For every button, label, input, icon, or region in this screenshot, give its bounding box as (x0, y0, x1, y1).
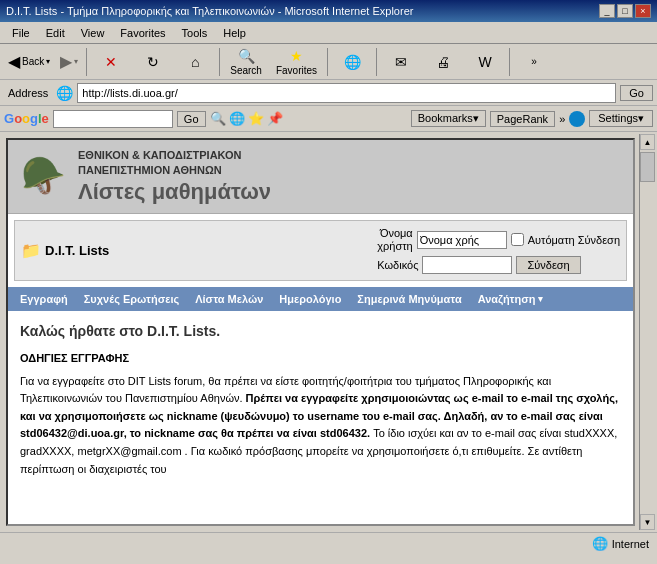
address-input[interactable]: http://lists.di.uoa.gr/ (77, 83, 616, 103)
nav-members[interactable]: Λίστα Μελών (187, 293, 271, 305)
google-logo: Google (4, 111, 49, 126)
window-controls: _ □ × (599, 4, 651, 18)
dit-lists-label: 📁 D.I.T. Lists (21, 241, 109, 260)
address-label: Address (4, 87, 52, 99)
more-tools-button[interactable]: » (514, 54, 554, 69)
window-title: D.I.T. Lists - Τμήμα Πληροφορικής και Τη… (6, 5, 413, 17)
address-go-button[interactable]: Go (620, 85, 653, 101)
scroll-up-button[interactable]: ▲ (640, 134, 655, 150)
pagerank-button[interactable]: PageRank (490, 111, 555, 127)
settings-button[interactable]: Settings▾ (589, 110, 653, 127)
maximize-button[interactable]: □ (617, 4, 633, 18)
more-google-button[interactable]: » (559, 113, 565, 125)
google-right-controls: Bookmarks▾ PageRank » Settings▾ (411, 110, 653, 127)
toolbar-separator-4 (376, 48, 377, 76)
login-form: Όνομαχρήστη Αυτόματη Σύνδεση Κωδικός Σύν… (377, 227, 620, 274)
page-header: 🪖 ΕΘΝΙΚΟΝ & ΚΑΠΟΔΙΣΤΡΙΑΚΟΝ ΠΑΝΕΠΙΣΤΗΜΙΟΝ… (8, 140, 633, 214)
nav-register[interactable]: Εγγραφή (12, 293, 76, 305)
google-orb (569, 111, 585, 127)
university-line2: ΠΑΝΕΠΙΣΤΗΜΙΟΝ ΑΘΗΝΩΝ (78, 163, 271, 178)
auto-login-checkbox[interactable] (511, 233, 524, 246)
mail-button[interactable]: ✉ (381, 51, 421, 73)
content-body: Καλώς ήρθατε στο D.I.T. Lists. ΟΔΗΓΙΕΣ Ε… (8, 311, 633, 488)
nav-bar: Εγγραφή Συχνές Ερωτήσεις Λίστα Μελών Ημε… (8, 287, 633, 311)
welcome-heading: Καλώς ήρθατε στο D.I.T. Lists. (20, 321, 621, 342)
status-bar: 🌐 Internet (0, 532, 657, 554)
ie-logo-icon: 🌐 (592, 536, 608, 551)
scrollbar[interactable]: ▲ ▼ (639, 134, 655, 530)
google-icon-2[interactable]: 🌐 (229, 111, 245, 126)
close-button[interactable]: × (635, 4, 651, 18)
home-button[interactable]: ⌂ (175, 51, 215, 73)
minimize-button[interactable]: _ (599, 4, 615, 18)
toolbar-separator-5 (509, 48, 510, 76)
menu-edit[interactable]: Edit (38, 25, 73, 41)
refresh-button[interactable]: ↻ (133, 51, 173, 73)
password-label: Κωδικός (377, 259, 418, 271)
password-row: Κωδικός Σύνδεση (377, 256, 620, 274)
university-info: ΕΘΝΙΚΟΝ & ΚΑΠΟΔΙΣΤΡΙΑΚΟΝ ΠΑΝΕΠΙΣΤΗΜΙΟΝ Α… (78, 148, 271, 205)
toolbar-separator-2 (219, 48, 220, 76)
menu-help[interactable]: Help (215, 25, 254, 41)
auto-login-label: Αυτόματη Σύνδεση (528, 234, 620, 246)
nav-faq[interactable]: Συχνές Ερωτήσεις (76, 293, 187, 305)
nav-today[interactable]: Σημερινά Μηνύματα (349, 293, 469, 305)
google-go-button[interactable]: Go (177, 111, 206, 127)
password-input[interactable] (422, 256, 512, 274)
menu-bar: File Edit View Favorites Tools Help (0, 22, 657, 44)
bookmarks-button[interactable]: Bookmarks▾ (411, 110, 486, 127)
login-section: 📁 D.I.T. Lists Όνομαχρήστη Αυτόματη Σύνδ… (14, 220, 627, 281)
menu-tools[interactable]: Tools (174, 25, 216, 41)
back-button[interactable]: ◀ Back ▾ (4, 50, 54, 73)
google-icon-3[interactable]: ⭐ (248, 111, 264, 126)
title-bar: D.I.T. Lists - Τμήμα Πληροφορικής και Τη… (0, 0, 657, 22)
university-logo: 🪖 (18, 151, 68, 201)
scroll-down-button[interactable]: ▼ (640, 514, 655, 530)
username-label: Όνομαχρήστη (377, 227, 412, 253)
menu-view[interactable]: View (73, 25, 113, 41)
stop-button[interactable]: ✕ (91, 51, 131, 73)
username-input[interactable] (417, 231, 507, 249)
username-row: Όνομαχρήστη Αυτόματη Σύνδεση (377, 227, 620, 253)
favorites-button[interactable]: ★ Favorites (270, 45, 323, 78)
google-toolbar-icons: 🔍 🌐 ⭐ 📌 (210, 111, 283, 126)
forward-button[interactable]: ▶ ▾ (56, 50, 82, 73)
login-button[interactable]: Σύνδεση (516, 256, 580, 274)
print-button[interactable]: 🖨 (423, 51, 463, 73)
menu-file[interactable]: File (4, 25, 38, 41)
zone-label: Internet (612, 538, 649, 550)
google-icon-4[interactable]: 📌 (267, 111, 283, 126)
university-line1: ΕΘΝΙΚΟΝ & ΚΑΠΟΔΙΣΤΡΙΑΚΟΝ (78, 148, 271, 163)
scroll-track (640, 182, 655, 514)
media-button[interactable]: 🌐 (332, 51, 372, 73)
edit-button[interactable]: W (465, 51, 505, 73)
status-right: 🌐 Internet (592, 536, 649, 551)
google-search-input[interactable] (53, 110, 173, 128)
folder-icon: 📁 (21, 241, 41, 260)
address-bar: Address 🌐 http://lists.di.uoa.gr/ Go (0, 80, 657, 106)
google-icon-1[interactable]: 🔍 (210, 111, 226, 126)
page-icon: 🌐 (56, 85, 73, 101)
nav-search-dropdown[interactable]: Αναζήτηση ▾ (470, 293, 551, 305)
scroll-thumb[interactable] (640, 152, 655, 182)
toolbar-separator (86, 48, 87, 76)
menu-favorites[interactable]: Favorites (112, 25, 173, 41)
toolbar: ◀ Back ▾ ▶ ▾ ✕ ↻ ⌂ 🔍 Search ★ Favorites … (0, 44, 657, 80)
web-content[interactable]: 🪖 ΕΘΝΙΚΟΝ & ΚΑΠΟΔΙΣΤΡΙΑΚΟΝ ΠΑΝΕΠΙΣΤΗΜΙΟΝ… (6, 138, 635, 526)
google-bar: Google Go 🔍 🌐 ⭐ 📌 Bookmarks▾ PageRank » … (0, 106, 657, 132)
instructions-heading: ΟΔΗΓΙΕΣ ΕΓΓΡΑΦΗΣ (20, 350, 621, 367)
instructions-text: Για να εγγραφείτε στο DIT Lists forum, θ… (20, 373, 621, 479)
search-button[interactable]: 🔍 Search (224, 45, 268, 78)
page-main-title: Λίστες μαθημάτων (78, 179, 271, 205)
toolbar-separator-3 (327, 48, 328, 76)
nav-calendar[interactable]: Ημερολόγιο (271, 293, 349, 305)
main-area: 🪖 ΕΘΝΙΚΟΝ & ΚΑΠΟΔΙΣΤΡΙΑΚΟΝ ΠΑΝΕΠΙΣΤΗΜΙΟΝ… (0, 132, 657, 532)
